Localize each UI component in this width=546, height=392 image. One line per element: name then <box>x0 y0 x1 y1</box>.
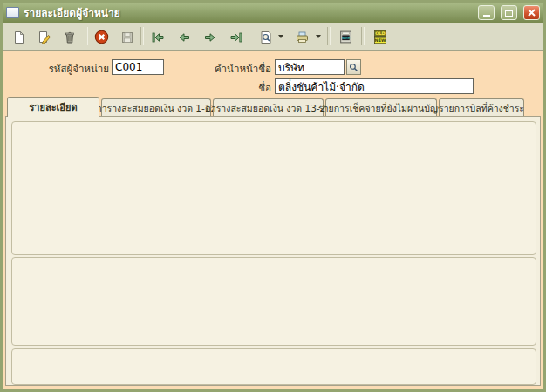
note-icon-label: Note <box>342 36 351 40</box>
maximize-icon <box>505 10 513 17</box>
window-title: รายละเอียดผู้จำหน่าย <box>24 4 472 21</box>
note-icon: Note <box>338 30 353 44</box>
edit-button[interactable] <box>32 25 56 49</box>
last-record-icon <box>229 30 243 44</box>
tab-uncleared-cheques[interactable]: รายการเช็คจ่ายที่ยังไม่ผ่านบัญชี <box>325 98 437 117</box>
close-button[interactable] <box>523 5 540 20</box>
name-prefix-input[interactable] <box>275 59 345 75</box>
window-icon <box>6 7 19 18</box>
old-new-toggle-button[interactable]: OLD NEW <box>368 25 392 49</box>
edit-icon <box>38 30 51 44</box>
note-button[interactable]: Note <box>334 25 358 49</box>
preview-dropdown-button[interactable] <box>276 25 285 47</box>
toolbar: Note OLD NEW <box>3 23 543 51</box>
previous-record-icon <box>177 30 191 44</box>
search-icon <box>349 63 358 72</box>
name-prefix-lookup-button[interactable] <box>346 59 361 75</box>
first-record-button[interactable] <box>146 25 169 49</box>
old-label: OLD <box>375 30 385 36</box>
trash-icon <box>63 30 77 44</box>
vendor-code-label: รหัสผู้จำหน่าย <box>18 61 109 77</box>
vendor-name-label: ชื่อ <box>236 80 271 96</box>
toolbar-separator <box>361 27 365 45</box>
save-button[interactable] <box>115 25 139 49</box>
toolbar-separator <box>327 27 331 45</box>
printer-icon <box>295 30 310 44</box>
close-icon <box>528 9 536 17</box>
cancel-button[interactable] <box>90 25 113 49</box>
first-record-icon <box>151 30 165 44</box>
preview-button[interactable] <box>254 25 277 49</box>
balance-groupbox <box>11 348 536 385</box>
toolbar-separator <box>85 27 88 45</box>
tab-accum-1-12[interactable]: ตารางสะสมยอดเงิน งวด 1-12 <box>101 98 211 117</box>
new-label: NEW <box>374 37 386 43</box>
next-record-icon <box>203 30 217 44</box>
new-document-icon <box>12 30 26 44</box>
print-dropdown-button[interactable] <box>313 25 323 47</box>
preview-icon <box>259 30 273 44</box>
trade-groupbox <box>11 257 536 346</box>
maximize-button[interactable] <box>501 5 517 20</box>
print-button[interactable] <box>290 25 314 49</box>
minimize-icon <box>483 15 490 17</box>
tab-outstanding-bills[interactable]: รายการบิลที่ค้างชำระ <box>439 98 524 117</box>
new-button[interactable] <box>7 25 31 49</box>
minimize-button[interactable] <box>478 5 495 20</box>
tab-details[interactable]: รายละเอียด <box>7 97 99 117</box>
last-record-button[interactable] <box>224 25 248 49</box>
cancel-icon <box>94 30 109 44</box>
delete-button[interactable] <box>58 25 81 49</box>
name-prefix-label: คำนำหน้าชื่อ <box>190 61 271 77</box>
tab-accum-13-24[interactable]: ตารางสะสมยอดเงิน งวด 13-24 <box>213 98 324 117</box>
vendor-detail-window: รายละเอียดผู้จำหน่าย <box>0 0 546 392</box>
contact-groupbox <box>11 121 536 255</box>
save-icon <box>120 30 134 44</box>
old-new-icon: OLD NEW <box>372 30 388 44</box>
toolbar-separator <box>140 27 144 45</box>
next-record-button[interactable] <box>198 25 222 49</box>
chevron-down-icon <box>278 35 283 38</box>
vendor-code-input[interactable] <box>112 59 164 75</box>
previous-record-button[interactable] <box>172 25 195 49</box>
title-bar: รายละเอียดผู้จำหน่าย <box>3 3 543 23</box>
vendor-name-input[interactable] <box>275 78 474 94</box>
chevron-down-icon <box>316 35 321 38</box>
